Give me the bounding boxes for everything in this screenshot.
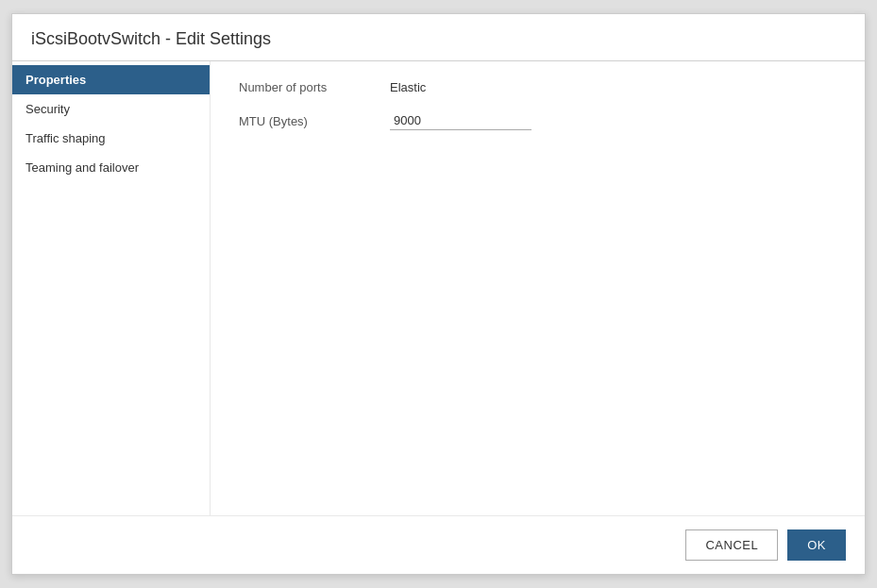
cancel-button[interactable]: CANCEL <box>685 529 778 561</box>
mtu-row: MTU (Bytes) <box>239 111 836 130</box>
dialog-footer: CANCEL OK <box>12 515 865 574</box>
sidebar: Properties Security Traffic shaping Team… <box>12 61 211 515</box>
edit-settings-dialog: iScsiBootvSwitch - Edit Settings Propert… <box>11 13 866 575</box>
number-of-ports-label: Number of ports <box>239 80 390 94</box>
number-of-ports-value: Elastic <box>390 80 426 94</box>
content-area: Number of ports Elastic MTU (Bytes) <box>211 61 865 515</box>
mtu-label: MTU (Bytes) <box>239 114 390 128</box>
dialog-title: iScsiBootvSwitch - Edit Settings <box>12 14 865 61</box>
sidebar-item-teaming-and-failover[interactable]: Teaming and failover <box>12 153 210 182</box>
sidebar-item-security[interactable]: Security <box>12 94 210 124</box>
sidebar-item-properties[interactable]: Properties <box>12 65 210 94</box>
ok-button[interactable]: OK <box>787 529 846 561</box>
number-of-ports-row: Number of ports Elastic <box>239 80 836 94</box>
dialog-body: Properties Security Traffic shaping Team… <box>12 61 865 515</box>
mtu-input[interactable] <box>390 111 531 130</box>
sidebar-item-traffic-shaping[interactable]: Traffic shaping <box>12 124 210 153</box>
